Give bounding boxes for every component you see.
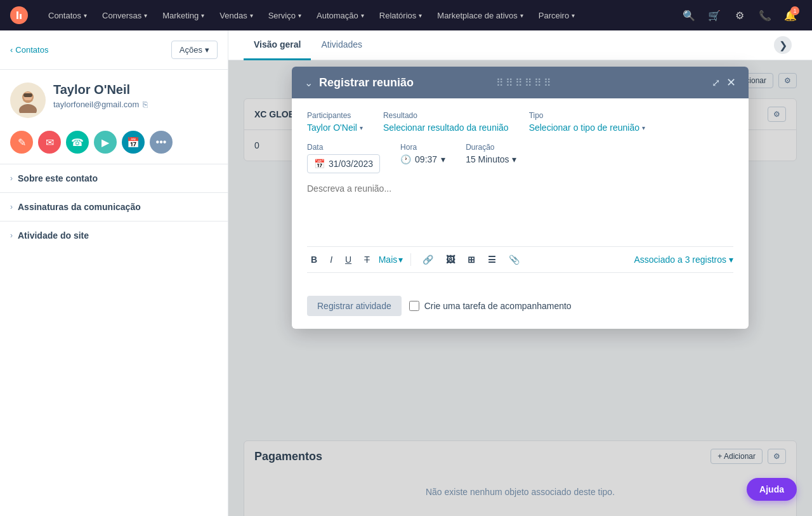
tipo-value[interactable]: Selecionar o tipo de reunião ▾ [529,122,645,133]
more-options-button[interactable]: Mais ▾ [379,255,403,265]
chevron-down-icon: ▾ [729,255,733,265]
svg-rect-4 [23,93,32,97]
clock-icon: 🕐 [400,154,411,164]
tab-atividades[interactable]: Atividades [311,30,372,60]
duracao-label: Duração [466,143,516,152]
description-input[interactable] [307,183,733,234]
video-icon-button[interactable]: ▶ [94,131,117,154]
search-icon-button[interactable]: 🔍 [678,4,700,27]
nav-right-icons: 🔍 🛒 ⚙ 📞 🔔 1 [678,4,802,27]
main-content: Visão geral Atividades ❯ + Adicionar ⚙ X… [228,30,812,516]
top-navigation: Contatos ▾ Conversas ▾ Marketing ▾ Venda… [0,0,812,30]
hora-label: Hora [400,143,445,152]
ajuda-button[interactable]: Ajuda [747,478,797,501]
tipo-label: Tipo [529,111,645,120]
phone-icon-button[interactable]: 📞 [754,4,776,27]
data-field: Data 📅 31/03/2023 [307,143,380,173]
contact-profile: Taylor O'Neil taylorfoneil@gmail.com ⎘ [0,70,228,131]
app-layout: ‹ Contatos Ações ▾ T [0,30,812,516]
nav-vendas[interactable]: Vendas ▾ [212,0,260,30]
avatar [10,83,46,118]
chevron-down-icon: ▾ [520,12,523,19]
marketplace-icon-button[interactable]: 🛒 [703,4,726,27]
chevron-down-icon: ▾ [144,12,147,19]
nav-marketing[interactable]: Marketing ▾ [155,0,212,30]
sidebar-item-atividade[interactable]: › Atividade do site [0,221,228,249]
duration-picker[interactable]: 15 Minutos ▾ [466,154,516,164]
svg-point-2 [19,104,37,113]
collapse-panel-button[interactable]: ❯ [774,36,792,54]
tab-visao-geral[interactable]: Visão geral [244,30,311,60]
modal-row-1: Participantes Taylor O'Neil ▾ Resultado … [307,111,733,133]
nav-parceiro[interactable]: Parceiro ▾ [531,0,582,30]
chevron-down-icon: ▾ [201,12,204,19]
resultado-value[interactable]: Selecionar resultado da reunião [383,122,509,133]
underline-button[interactable]: U [341,252,355,267]
nav-conversas[interactable]: Conversas ▾ [95,0,155,30]
table-button[interactable]: ⊞ [464,252,479,267]
more-icon-button[interactable]: ••• [150,131,173,154]
modal-expand-button[interactable]: ⤢ [712,77,720,89]
chevron-down-icon: ▾ [512,154,516,164]
acoes-button[interactable]: Ações ▾ [171,41,218,59]
editor-toolbar: B I U T Mais ▾ 🔗 🖼 ⊞ ☰ [307,246,733,273]
chevron-down-icon: ▾ [572,12,575,19]
chevron-down-icon: ▾ [419,12,422,19]
nav-servico[interactable]: Serviço ▾ [261,0,309,30]
hora-field: Hora 🕐 09:37 ▾ [400,143,445,173]
back-to-contatos[interactable]: ‹ Contatos [10,45,48,55]
time-picker[interactable]: 🕐 09:37 ▾ [400,154,445,164]
sidebar-item-assinaturas[interactable]: › Assinaturas da comunicação [0,192,228,221]
strikethrough-button[interactable]: T [360,252,374,267]
modal-row-2: Data 📅 31/03/2023 Hora 🕐 09:3 [307,143,733,173]
modal-footer: Registrar atividade Crie uma tarefa de a… [292,296,749,329]
list-button[interactable]: ☰ [484,252,500,267]
date-picker[interactable]: 📅 31/03/2023 [307,154,380,173]
phone-icon-button[interactable]: ☎ [66,131,89,154]
modal-collapse-button[interactable]: ⌄ [304,77,313,89]
nav-contatos[interactable]: Contatos ▾ [41,0,95,30]
resultado-field: Resultado Selecionar resultado da reuniã… [383,111,509,133]
chevron-down-icon: ▾ [360,124,363,131]
chevron-left-icon: ‹ [10,45,13,55]
duracao-field: Duração 15 Minutos ▾ [466,143,516,173]
calendar-icon-button[interactable]: 📅 [122,131,145,154]
nav-marketplace[interactable]: Marketplace de ativos ▾ [429,0,530,30]
participantes-value[interactable]: Taylor O'Neil ▾ [307,122,363,133]
sidebar-actions: Ações ▾ [171,41,218,59]
sidebar-header: ‹ Contatos Ações ▾ [0,30,228,70]
bold-button[interactable]: B [307,252,321,267]
modal-body: Participantes Taylor O'Neil ▾ Resultado … [292,98,749,296]
nav-relatorios[interactable]: Relatórios ▾ [372,0,430,30]
chevron-down-icon: ▾ [642,124,645,131]
image-button[interactable]: 🖼 [442,252,459,267]
drag-handle-icon: ⠿⠿⠿⠿⠿⠿ [496,77,553,89]
modal-close-button[interactable]: ✕ [726,76,736,89]
notifications-badge: 1 [790,6,799,15]
edit-icon-button[interactable]: ✎ [10,131,33,154]
data-label: Data [307,143,380,152]
italic-button[interactable]: I [326,252,336,267]
toolbar-separator [410,253,411,266]
modal-overlay: ⌄ Registrar reunião ⠿⠿⠿⠿⠿⠿ ⤢ ✕ Participa… [228,60,812,516]
nav-automacao[interactable]: Automação ▾ [309,0,372,30]
copy-email-icon[interactable]: ⎘ [143,100,148,109]
link-button[interactable]: 🔗 [419,252,437,267]
followup-checkbox[interactable] [409,301,419,311]
modal-title: Registrar reunião [319,76,414,89]
registrar-reuniao-modal: ⌄ Registrar reunião ⠿⠿⠿⠿⠿⠿ ⤢ ✕ Participa… [292,67,749,329]
calendar-icon: 📅 [314,159,325,169]
settings-icon-button[interactable]: ⚙ [728,4,751,27]
chevron-down-icon: ▾ [441,154,445,164]
chevron-down-icon: ▾ [250,12,253,19]
tabs-bar: Visão geral Atividades ❯ [228,30,812,60]
attachment-button[interactable]: 📎 [505,252,523,267]
register-activity-button[interactable]: Registrar atividade [307,296,402,316]
sidebar-item-sobre[interactable]: › Sobre este contato [0,164,228,192]
chevron-down-icon: ▾ [361,12,364,19]
tipo-field: Tipo Selecionar o tipo de reunião ▾ [529,111,645,133]
hubspot-logo[interactable] [10,6,28,24]
email-icon-button[interactable]: ✉ [38,131,61,154]
associated-records-button[interactable]: Associado a 3 registros ▾ [634,255,733,265]
notifications-icon-button[interactable]: 🔔 1 [779,4,802,27]
